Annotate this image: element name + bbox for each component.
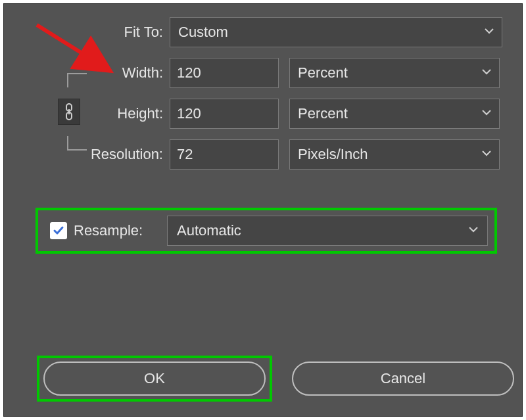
ok-highlight: OK bbox=[37, 356, 272, 402]
dialog-buttons: OK Cancel bbox=[37, 356, 514, 402]
fit-to-value: Custom bbox=[178, 24, 228, 41]
cancel-button[interactable]: Cancel bbox=[292, 362, 514, 396]
ok-label: OK bbox=[144, 370, 165, 387]
brace-icon bbox=[67, 136, 87, 151]
resample-row: Resample: Automatic bbox=[36, 208, 497, 254]
cancel-label: Cancel bbox=[381, 370, 425, 387]
resample-value: Automatic bbox=[177, 222, 241, 239]
width-unit-value: Percent bbox=[298, 64, 348, 82]
height-unit-select[interactable]: Percent bbox=[289, 99, 500, 129]
chevron-down-icon bbox=[482, 109, 491, 118]
chain-link-icon bbox=[58, 99, 80, 125]
width-input[interactable] bbox=[170, 58, 279, 88]
height-unit-value: Percent bbox=[298, 105, 348, 122]
fit-to-select[interactable]: Custom bbox=[170, 17, 502, 47]
image-size-dialog: Fit To: Custom Width: Percent Height: bbox=[3, 3, 523, 417]
resample-checkbox[interactable] bbox=[50, 222, 67, 239]
ok-button[interactable]: OK bbox=[43, 362, 266, 396]
constrain-proportions[interactable] bbox=[58, 73, 92, 151]
resample-label: Resample: bbox=[74, 222, 167, 239]
chevron-down-icon bbox=[485, 28, 494, 37]
resolution-unit-select[interactable]: Pixels/Inch bbox=[289, 139, 500, 170]
chevron-down-icon bbox=[482, 68, 491, 78]
chevron-down-icon bbox=[482, 150, 491, 159]
resample-select[interactable]: Automatic bbox=[167, 216, 488, 246]
fit-to-label: Fit To: bbox=[4, 24, 170, 41]
resolution-unit-value: Pixels/Inch bbox=[298, 146, 368, 163]
chevron-down-icon bbox=[469, 226, 478, 235]
height-input[interactable] bbox=[170, 99, 279, 129]
resolution-input[interactable] bbox=[170, 139, 279, 170]
brace-icon bbox=[67, 73, 87, 87]
width-unit-select[interactable]: Percent bbox=[289, 58, 500, 88]
